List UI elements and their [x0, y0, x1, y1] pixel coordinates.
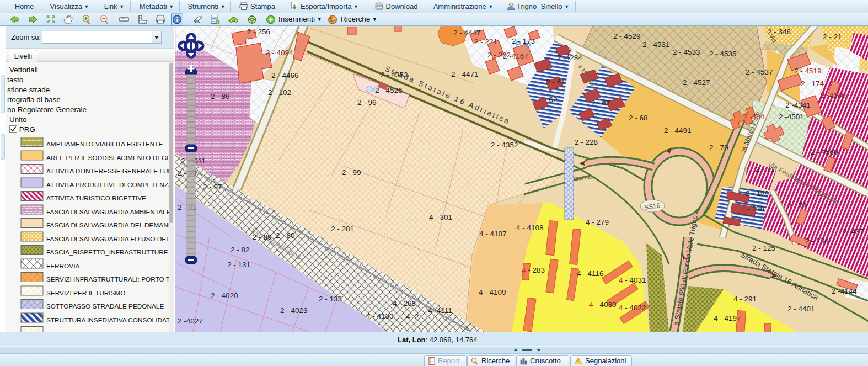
svg-text:2 - 4535: 2 - 4535	[709, 50, 737, 58]
svg-text:2 - 99: 2 - 99	[342, 168, 361, 177]
svg-text:4 - 4030: 4 - 4030	[589, 300, 617, 309]
svg-text:2 - 173: 2 - 173	[512, 37, 535, 45]
svg-text:4 - 301: 4 - 301	[429, 213, 452, 221]
svg-text:2 -437: 2 -437	[843, 227, 864, 236]
svg-text:4 - 4197: 4 - 4197	[714, 314, 741, 322]
svg-text:2 - 134: 2 - 134	[805, 237, 829, 245]
svg-text:2 -4167: 2 -4167	[503, 52, 528, 60]
svg-text:4 - 268: 4 - 268	[393, 299, 416, 307]
svg-text:2 - 4447: 2 - 4447	[453, 29, 481, 37]
svg-text:4 - 4109: 4 - 4109	[479, 288, 506, 296]
svg-text:2 - 125: 2 - 125	[752, 244, 775, 252]
svg-text:2 - 4471: 2 - 4471	[451, 70, 479, 78]
svg-text:2 -304: 2 -304	[743, 113, 765, 121]
svg-text:4 - 4108: 4 - 4108	[516, 224, 544, 232]
svg-text:4 - 279: 4 - 279	[586, 218, 609, 226]
svg-text:2 - 228: 2 - 228	[575, 138, 598, 146]
svg-text:2 - 174: 2 - 174	[801, 79, 824, 88]
svg-text:2 -4284: 2 -4284	[557, 54, 582, 62]
svg-text:4 - 4130: 4 - 4130	[366, 312, 394, 320]
svg-text:2 - 86: 2 - 86	[211, 92, 230, 100]
svg-text:4 - 291: 4 - 291	[733, 295, 757, 303]
svg-text:4 -2: 4 -2	[406, 312, 419, 321]
svg-text:2 - 68: 2 - 68	[629, 114, 648, 122]
svg-text:2 - 159: 2 - 159	[746, 189, 769, 198]
svg-text:4 - 283: 4 - 283	[522, 266, 545, 274]
svg-text:2 -4341: 2 -4341	[785, 101, 811, 109]
svg-text:2 - 71: 2 - 71	[756, 165, 775, 173]
svg-text:2 - 4519: 2 - 4519	[794, 67, 822, 75]
svg-text:2 - 4491: 2 - 4491	[664, 126, 692, 135]
svg-text:2 - 70: 2 - 70	[709, 144, 728, 152]
svg-text:P: P	[178, 65, 183, 73]
svg-text:4 -4111: 4 -4111	[428, 306, 452, 315]
svg-text:2 -4144: 2 -4144	[832, 287, 857, 295]
svg-text:2 - 62: 2 - 62	[538, 96, 558, 104]
svg-text:2 - 4526: 2 - 4526	[375, 86, 403, 94]
svg-text:2 - 4020: 2 - 4020	[211, 291, 238, 300]
svg-text:4 - 4031: 4 - 4031	[619, 276, 646, 284]
svg-text:2 - 96: 2 - 96	[357, 98, 377, 107]
svg-text:2 -4501: 2 -4501	[779, 113, 804, 121]
svg-text:2 - 346: 2 - 346	[768, 28, 791, 36]
svg-text:2 - 4560: 2 - 4560	[811, 148, 838, 156]
svg-text:2 - 256: 2 - 256	[247, 28, 270, 36]
svg-text:2 - 221: 2 - 221	[474, 38, 497, 46]
svg-text:4 - 4107: 4 - 4107	[479, 230, 507, 238]
svg-text:2 - 61: 2 - 61	[546, 78, 565, 86]
svg-text:2 - 97: 2 - 97	[203, 183, 222, 191]
svg-text:2 - 82: 2 - 82	[231, 246, 250, 254]
svg-text:2 - 4537: 2 - 4537	[746, 68, 773, 76]
svg-text:2 - 102: 2 - 102	[268, 88, 291, 97]
svg-text:2 - 238: 2 - 238	[741, 205, 764, 213]
svg-text:2 - 72: 2 - 72	[787, 201, 807, 210]
svg-text:2 - 80: 2 - 80	[276, 231, 295, 240]
svg-text:2 - 4529: 2 - 4529	[613, 32, 641, 40]
svg-text:2 - 4352: 2 - 4352	[491, 141, 518, 149]
svg-text:2 - 4527: 2 - 4527	[683, 78, 710, 87]
svg-text:2 -4027: 2 -4027	[178, 317, 203, 325]
svg-text:2 - 4401: 2 - 4401	[787, 305, 815, 313]
svg-text:2 - 131: 2 - 131	[227, 261, 250, 269]
svg-text:2 - 67: 2 - 67	[591, 99, 610, 107]
svg-text:2 - 281: 2 - 281	[331, 225, 354, 233]
svg-text:2 -4140: 2 -4140	[821, 91, 846, 99]
svg-text:2 - 4094: 2 - 4094	[266, 49, 293, 57]
svg-text:2 - 133: 2 - 133	[319, 295, 342, 303]
svg-text:2 - 89: 2 - 89	[253, 233, 272, 241]
svg-text:2 - 4531: 2 - 4531	[642, 40, 670, 49]
svg-text:2 - 4353: 2 - 4353	[381, 71, 408, 79]
svg-text:4 - 4022: 4 - 4022	[619, 304, 646, 312]
svg-text:2 - 4023: 2 - 4023	[280, 306, 308, 315]
svg-text:4 - 4116: 4 - 4116	[577, 269, 604, 278]
svg-text:2 - 21: 2 - 21	[823, 33, 842, 41]
svg-text:2 - 4533: 2 - 4533	[673, 48, 700, 56]
svg-text:2 - 4466: 2 - 4466	[271, 71, 299, 79]
